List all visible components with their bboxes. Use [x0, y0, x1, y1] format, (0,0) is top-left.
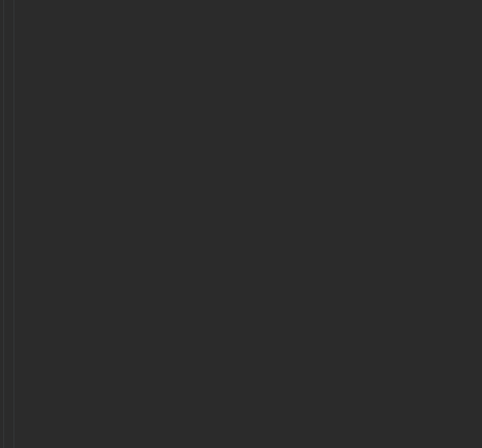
gutter-fold-line	[3, 0, 4, 448]
code-editor	[0, 0, 482, 448]
gutter-border	[14, 0, 14, 448]
